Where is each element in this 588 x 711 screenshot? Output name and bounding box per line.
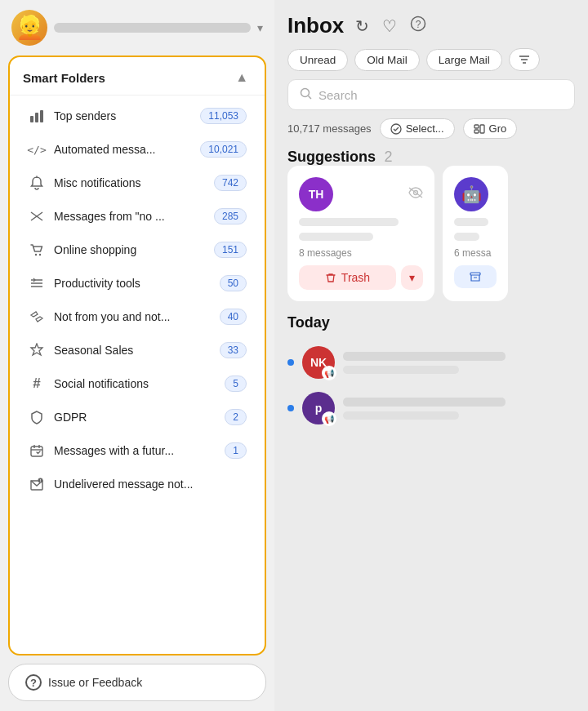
smart-folders-title: Smart Folders [23, 71, 105, 85]
avatar-emoji: 👱 [16, 16, 44, 39]
trash-button[interactable]: Trash [299, 265, 396, 290]
folder-list: Top senders 11,053 </> Automated messa..… [10, 96, 265, 654]
folder-label-top-senders: Top senders [54, 109, 200, 122]
mail-row-1[interactable]: NK 📢 [287, 340, 575, 385]
today-title: Today [287, 314, 575, 331]
svg-rect-27 [474, 130, 479, 133]
filter-more-button[interactable] [509, 48, 540, 71]
folder-label-seasonal: Seasonal Sales [54, 344, 220, 357]
card-avatar-row-2: 🤖 [454, 177, 497, 211]
folder-label-productivity: Productivity tools [54, 277, 220, 290]
folder-item-automated[interactable]: </> Automated messa... 10,021 [15, 133, 260, 166]
main-content: Inbox ↻ ♡ ? Unread Old Mail Large Mail [274, 0, 588, 711]
svg-point-23 [301, 89, 310, 97]
folder-badge-top-senders: 11,053 [200, 108, 247, 124]
suggestion-card-2: 🤖 6 messa [443, 166, 508, 301]
help-button[interactable]: ? [408, 14, 428, 38]
unread-dot-2 [287, 405, 294, 411]
svg-rect-26 [474, 125, 479, 128]
automated-icon: </> [28, 140, 46, 158]
card-line-2a [454, 218, 488, 226]
question-icon: ? [25, 674, 42, 691]
folder-label-social: Social notifications [54, 377, 225, 390]
svg-marker-11 [31, 344, 42, 355]
seasonal-icon [28, 341, 46, 359]
tab-unread[interactable]: Unread [287, 49, 348, 71]
trash-dropdown-button[interactable]: ▾ [401, 265, 423, 290]
folder-badge-automated: 10,021 [200, 141, 247, 158]
card-avatar-th: TH [299, 177, 333, 211]
social-icon: # [28, 375, 46, 393]
svg-rect-28 [480, 125, 484, 133]
folder-label-shopping: Online shopping [54, 243, 214, 256]
folder-item-not-from-you[interactable]: Not from you and not... 40 [15, 300, 260, 333]
forward-badge-1: 📢 [322, 366, 336, 380]
mail-line-2a [343, 398, 506, 407]
mail-content-1 [343, 352, 575, 374]
folder-badge-future: 1 [225, 442, 247, 459]
main-header: Inbox ↻ ♡ ? Unread Old Mail Large Mail [274, 0, 588, 145]
folder-item-productivity[interactable]: Productivity tools 50 [15, 267, 260, 300]
card1-actions: Trash ▾ [299, 265, 423, 290]
select-button[interactable]: Select... [380, 118, 455, 139]
folder-label-misc: Misc notifications [54, 176, 214, 189]
collapse-button[interactable]: ▲ [232, 69, 252, 87]
today-section: Today NK 📢 p 📢 [274, 308, 588, 711]
tab-old-mail[interactable]: Old Mail [354, 49, 420, 71]
tab-large-mail[interactable]: Large Mail [426, 49, 502, 71]
svg-rect-2 [40, 110, 43, 122]
issue-feedback-button[interactable]: ? Issue or Feedback [8, 664, 266, 701]
avatar[interactable]: 👱 [11, 10, 47, 46]
chevron-down-icon[interactable]: ▾ [257, 21, 263, 34]
mail-avatar-p: p 📢 [302, 392, 335, 424]
suggestion-card-1: TH 8 messages [287, 166, 434, 301]
svg-point-7 [39, 254, 41, 256]
refresh-button[interactable]: ↻ [354, 15, 371, 38]
inbox-title: Inbox [287, 13, 344, 38]
folder-badge-misc: 742 [214, 175, 247, 191]
eye-slash-icon[interactable] [408, 187, 423, 202]
inbox-title-row: Inbox ↻ ♡ ? [287, 13, 575, 38]
svg-rect-31 [470, 273, 480, 275]
folder-item-seasonal[interactable]: Seasonal Sales 33 [15, 334, 260, 367]
folder-item-future[interactable]: Messages with a futur... 1 [15, 434, 260, 467]
heart-button[interactable]: ♡ [381, 15, 399, 38]
suggestions-section: Suggestions 2 TH 8 mes [274, 145, 588, 308]
folder-item-gdpr[interactable]: GDPR 2 [15, 401, 260, 433]
folder-badge-no-reply: 285 [214, 208, 247, 224]
folder-label-not-from-you: Not from you and not... [54, 310, 220, 323]
folder-badge-not-from-you: 40 [220, 309, 247, 325]
mail-avatar-nk: NK 📢 [302, 346, 335, 379]
mail-line-1b [343, 366, 459, 374]
folder-item-no-reply[interactable]: Messages from "no ... 285 [15, 200, 260, 233]
mail-line-2b [343, 411, 459, 420]
archive-button[interactable] [454, 265, 497, 288]
folder-item-top-senders[interactable]: Top senders 11,053 [15, 100, 260, 132]
trash-label: Trash [341, 271, 370, 284]
folder-label-automated: Automated messa... [54, 143, 200, 156]
svg-rect-1 [35, 113, 38, 122]
folder-item-social[interactable]: # Social notifications 5 [15, 367, 260, 400]
folder-item-undelivered[interactable]: ! Undelivered message not... [15, 468, 260, 500]
account-name-bar [54, 23, 251, 33]
card2-actions [454, 265, 497, 288]
search-bar[interactable]: Search [287, 79, 575, 110]
card-avatar-row-1: TH [299, 177, 423, 211]
select-label: Select... [406, 122, 444, 135]
unread-dot-1 [287, 359, 294, 366]
card-line-1a [299, 218, 399, 226]
folder-item-misc[interactable]: Misc notifications 742 [15, 167, 260, 199]
svg-text:?: ? [416, 19, 421, 30]
suggestions-title-row: Suggestions 2 [287, 149, 575, 166]
suggestions-title: Suggestions [287, 149, 376, 165]
top-senders-icon [28, 107, 46, 125]
folder-item-shopping[interactable]: Online shopping 151 [15, 233, 260, 266]
mail-row-2[interactable]: p 📢 [287, 385, 575, 431]
folder-badge-seasonal: 33 [220, 342, 247, 358]
forward-badge-2: 📢 [322, 411, 336, 426]
folder-label-undelivered: Undelivered message not... [54, 478, 247, 491]
card-line-2b [454, 233, 479, 241]
group-button[interactable]: Gro [463, 118, 518, 139]
undelivered-icon: ! [28, 475, 46, 493]
productivity-icon [28, 274, 46, 292]
